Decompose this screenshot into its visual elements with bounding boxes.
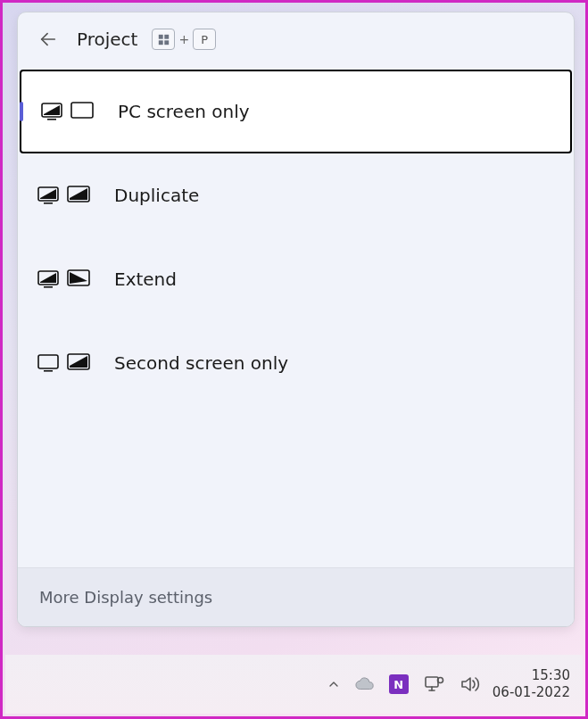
panel-footer: More Display settings [18,567,574,626]
more-display-settings-link[interactable]: More Display settings [39,588,212,607]
windows-logo-icon [158,34,170,45]
taskbar-clock[interactable]: 15:30 06-01-2022 [493,667,570,702]
option-label: Extend [114,269,177,290]
svg-rect-23 [426,677,438,687]
option-pc-screen-only[interactable]: PC screen only [20,70,572,153]
keyboard-shortcut: + P [152,29,216,50]
onedrive-tray-icon[interactable] [355,674,375,694]
project-flyout: Project + P [17,12,575,627]
chevron-up-icon [327,677,341,691]
svg-rect-2 [164,34,169,38]
extend-icon [37,268,93,291]
cloud-icon [355,674,375,694]
svg-rect-11 [44,202,53,204]
svg-rect-1 [159,34,163,38]
panel-header: Project + P [18,12,574,70]
volume-tray-icon[interactable] [459,674,480,695]
onenote-tray-icon[interactable]: N [389,674,409,694]
duplicate-icon [37,184,93,207]
win-key [152,29,175,50]
option-second-screen-only[interactable]: Second screen only [18,321,574,405]
option-duplicate[interactable]: Duplicate [18,153,574,237]
arrow-left-icon [38,29,58,49]
svg-marker-15 [40,273,56,283]
projection-options: PC screen only Duplicate [18,70,574,567]
svg-marker-6 [44,105,60,115]
svg-rect-8 [71,103,93,118]
speaker-icon [459,674,480,695]
network-tray-icon[interactable] [423,674,444,695]
second-screen-only-icon [37,351,93,375]
taskbar: N 15:30 06-01-2022 [5,655,583,714]
back-button[interactable] [37,29,59,50]
clock-date: 06-01-2022 [493,684,570,702]
option-extend[interactable]: Extend [18,237,574,321]
svg-rect-3 [159,40,163,45]
computer-network-icon [423,674,444,695]
svg-rect-7 [47,119,56,120]
svg-rect-19 [38,355,58,368]
p-key: P [193,29,216,50]
svg-rect-4 [164,40,169,45]
option-label: PC screen only [118,101,250,122]
panel-title: Project [77,29,137,50]
svg-rect-16 [44,286,53,288]
pc-screen-only-icon [41,100,96,123]
svg-marker-13 [70,188,87,200]
system-tray: N [327,674,480,695]
svg-marker-18 [70,272,87,284]
option-label: Duplicate [114,185,199,206]
svg-rect-20 [44,370,53,372]
plus-separator: + [178,32,189,46]
svg-marker-27 [462,678,470,690]
option-label: Second screen only [114,352,288,374]
tray-overflow-button[interactable] [327,677,341,691]
clock-time: 15:30 [532,667,570,685]
svg-marker-22 [70,356,87,368]
svg-marker-10 [40,189,56,199]
